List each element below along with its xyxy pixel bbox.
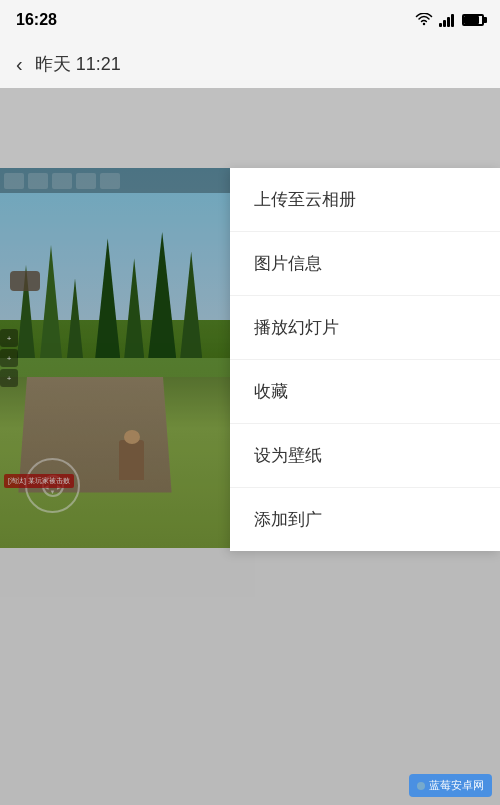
menu-item-wallpaper[interactable]: 设为壁纸 — [230, 424, 500, 488]
main-content: 136 11:55 + + + ▲ ▼ ◀ ▶ — [0, 88, 500, 805]
menu-item-slideshow[interactable]: 播放幻灯片 — [230, 296, 500, 360]
signal-icon — [439, 13, 454, 27]
brand-name: 蓝莓安卓网 — [429, 778, 484, 793]
menu-item-addto[interactable]: 添加到广 — [230, 488, 500, 551]
brand-logo-dot — [417, 782, 425, 790]
menu-item-info[interactable]: 图片信息 — [230, 232, 500, 296]
wifi-icon — [415, 13, 433, 27]
menu-item-favorite[interactable]: 收藏 — [230, 360, 500, 424]
back-button[interactable]: ‹ — [16, 53, 23, 76]
brand-watermark: 蓝莓安卓网 — [409, 774, 492, 797]
status-time: 16:28 — [16, 11, 57, 29]
status-bar: 16:28 — [0, 0, 500, 40]
menu-item-upload[interactable]: 上传至云相册 — [230, 168, 500, 232]
battery-icon — [462, 14, 484, 26]
nav-title: 昨天 11:21 — [35, 52, 121, 76]
context-menu: 上传至云相册 图片信息 播放幻灯片 收藏 设为壁纸 添加到广 — [230, 168, 500, 551]
brand-badge: 蓝莓安卓网 — [409, 774, 492, 797]
nav-bar: ‹ 昨天 11:21 — [0, 40, 500, 88]
status-icons — [415, 13, 484, 27]
